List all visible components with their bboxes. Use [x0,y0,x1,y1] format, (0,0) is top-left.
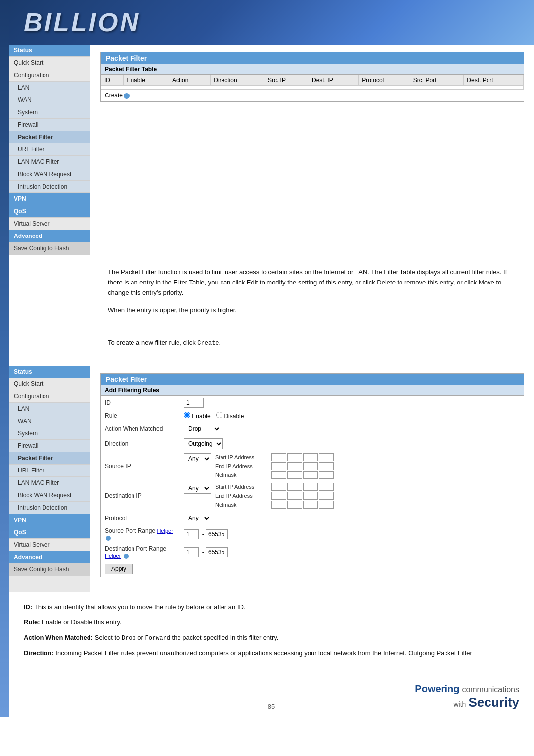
dst-netmask-3[interactable] [303,501,318,509]
src-end-ip-3[interactable] [303,462,318,470]
srcport-value-cell: - [180,525,524,543]
dst-netmask-2[interactable] [287,501,302,509]
dst-end-ip-3[interactable] [303,492,318,500]
sidebar-item-virtualserver[interactable]: Virtual Server [9,218,90,230]
sidebar-item-lanmac[interactable]: LAN MAC Filter [9,156,90,168]
sidebar2-item-system[interactable]: System [9,427,90,440]
dst-netmask-4[interactable] [319,501,334,509]
create-row: Create [101,90,524,101]
sidebar-item-configuration[interactable]: Configuration [9,69,90,82]
src-netmask-2[interactable] [287,471,302,479]
add-filtering-rules-bar: Add Filtering Rules [101,385,524,396]
srcport-helper-link[interactable]: Helper [157,528,173,534]
srcport-helper-icon[interactable] [106,536,111,541]
form-row-protocol: Protocol Any TCP UDP ICMP [101,511,524,525]
srcport-end-input[interactable] [206,529,228,539]
create-icon[interactable] [124,93,130,99]
second-panel: Status Quick Start Configuration LAN WAN… [9,366,534,592]
direction-select[interactable]: Outgoing Incoming [184,438,223,449]
rule-disable-label[interactable]: Disable [216,413,244,420]
dstport-helper-icon[interactable] [124,554,129,559]
sidebar2-item-intrusion[interactable]: Intrusion Detection [9,502,90,514]
src-end-ip-2[interactable] [287,462,302,470]
sidebar2-item-virtualserver[interactable]: Virtual Server [9,539,90,551]
src-netmask-4[interactable] [319,471,334,479]
with-label: with [453,700,466,708]
sidebar-item-quickstart[interactable]: Quick Start [9,57,90,69]
sidebar-item-wan[interactable]: WAN [9,94,90,106]
netmask-label-dst: Netmask [215,502,269,508]
sidebar-item-status[interactable]: Status [9,45,90,57]
section-title-2: Packet Filter [101,374,524,385]
sidebar2-item-advanced[interactable]: Advanced [9,551,90,564]
sidebar-item-intrusion[interactable]: Intrusion Detection [9,181,90,193]
sidebar-2: Status Quick Start Configuration LAN WAN… [9,366,90,592]
dst-end-ip-1[interactable] [271,492,286,500]
dst-end-ip-4[interactable] [319,492,334,500]
create-label[interactable]: Create [105,92,123,99]
footer-bar: 85 Powering communications with Security [9,673,534,717]
src-start-ip-3[interactable] [303,453,318,461]
dst-start-ip-3[interactable] [303,483,318,491]
sidebar2-item-configuration[interactable]: Configuration [9,390,90,403]
id-input[interactable] [184,398,204,408]
sidebar-item-blockwan[interactable]: Block WAN Request [9,168,90,181]
sidebar2-item-quickstart[interactable]: Quick Start [9,378,90,390]
sidebar-item-qos[interactable]: QoS [9,205,90,218]
direction-label: Direction [101,436,180,451]
protocol-select[interactable]: Any TCP UDP ICMP [184,513,211,523]
sidebar-item-advanced[interactable]: Advanced [9,230,90,242]
action-select[interactable]: Drop Forward [184,424,221,434]
sidebar2-item-firewall[interactable]: Firewall [9,440,90,452]
sidebar2-item-qos[interactable]: QoS [9,526,90,539]
src-netmask-3[interactable] [303,471,318,479]
col-protocol: Protocol [359,75,410,86]
dst-start-ip-4[interactable] [319,483,334,491]
sidebar-item-vpn[interactable]: VPN [9,193,90,205]
sidebar2-item-vpn[interactable]: VPN [9,514,90,526]
sidebar-1: Status Quick Start Configuration LAN WAN… [9,45,90,255]
src-netmask-1[interactable] [271,471,286,479]
rule-enable-radio[interactable] [184,412,190,418]
dst-end-ip-2[interactable] [287,492,302,500]
sidebar2-item-urlfilter[interactable]: URL Filter [9,465,90,477]
src-start-ip-1[interactable] [271,453,286,461]
sidebar2-item-wan[interactable]: WAN [9,415,90,427]
sourceip-any-select[interactable]: Any [184,453,211,464]
destip-value-cell: Any Start IP Address [180,481,524,511]
powering-text: Powering communications with Security [415,684,519,709]
src-start-ip-2[interactable] [287,453,302,461]
dst-start-ip-2[interactable] [287,483,302,491]
rule-enable-label[interactable]: Enable [184,413,212,420]
sidebar-item-system[interactable]: System [9,106,90,119]
destip-any-select[interactable]: Any [184,483,211,494]
sidebar-item-lan[interactable]: LAN [9,82,90,94]
sidebar2-item-saveconfig[interactable]: Save Config to Flash [9,564,90,576]
srcport-start-input[interactable] [184,529,199,539]
sidebar-item-packetfilter[interactable]: Packet Filter [9,131,90,143]
src-end-ip-4[interactable] [319,462,334,470]
sidebar-item-firewall[interactable]: Firewall [9,119,90,131]
sidebar2-item-status[interactable]: Status [9,366,90,378]
sidebar2-item-lanmac[interactable]: LAN MAC Filter [9,477,90,489]
dstport-helper-link[interactable]: Helper [105,553,121,559]
communications-label: communications [462,685,519,694]
dest-end-ip-label: End IP Address [215,493,269,499]
dstport-end-input[interactable] [206,547,228,557]
dstport-start-input[interactable] [184,547,199,557]
src-start-ip-4[interactable] [319,453,334,461]
content-area-1: Packet Filter Packet Filter Table ID Ena… [90,45,534,255]
apply-button[interactable]: Apply [105,564,133,574]
sidebar2-item-blockwan[interactable]: Block WAN Request [9,489,90,502]
src-end-ip-1[interactable] [271,462,286,470]
table-header-bar-1: Packet Filter Table [101,64,524,75]
dst-start-ip-1[interactable] [271,483,286,491]
dst-netmask-1[interactable] [271,501,286,509]
rule-disable-radio[interactable] [216,412,222,418]
protocol-label: Protocol [101,511,180,525]
sidebar-item-saveconfig[interactable]: Save Config to Flash [9,242,90,255]
sidebar-item-urlfilter[interactable]: URL Filter [9,143,90,156]
sidebar2-item-lan[interactable]: LAN [9,403,90,415]
sidebar2-item-packetfilter[interactable]: Packet Filter [9,452,90,465]
filter-table: ID Enable Action Direction Src. IP Dest.… [101,75,524,90]
